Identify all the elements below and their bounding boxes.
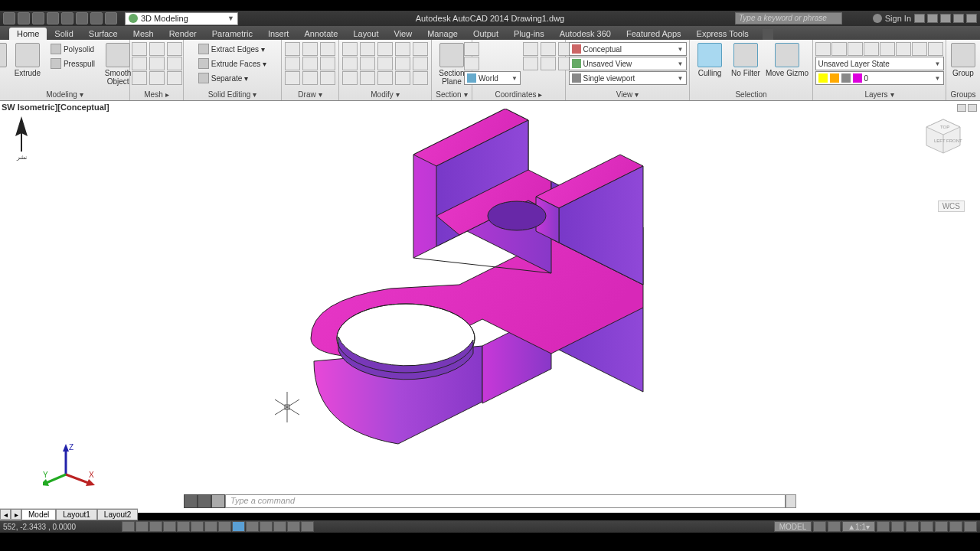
ducs-toggle[interactable] [218,521,231,532]
qat-undo-icon[interactable] [90,12,103,24]
copy-icon[interactable] [342,57,358,70]
mesh-btn3[interactable] [132,71,147,85]
line-icon[interactable] [285,42,300,56]
layer-btn8[interactable] [928,42,943,56]
erase-icon[interactable] [395,42,410,56]
culling-button[interactable]: Culling [693,41,727,77]
tab-layout[interactable]: Layout [345,28,386,40]
chevron-down-icon[interactable]: ▾ [396,90,400,99]
isolate-icon[interactable] [949,521,962,532]
presspull-button[interactable]: Presspull [47,57,99,70]
polysolid-button[interactable]: Polysolid [47,42,99,56]
dyn-toggle[interactable] [232,521,245,532]
move-icon[interactable] [342,42,358,56]
tab-scroll-right-icon[interactable]: ▸ [11,509,21,520]
launcher-icon[interactable]: ▸ [165,90,169,99]
mesh-btn7[interactable] [167,42,182,56]
close-icon[interactable] [966,14,977,23]
chevron-down-icon[interactable]: ▾ [890,90,894,99]
extrude-button[interactable]: Extrude [11,41,44,77]
array-icon[interactable] [377,71,393,85]
ucs-btn1[interactable] [464,42,479,56]
grid-toggle[interactable] [136,521,149,532]
mesh-btn5[interactable] [149,57,165,70]
mesh-btn1[interactable] [132,42,147,56]
annoauto-icon[interactable] [891,521,904,532]
tab-insert[interactable]: Insert [260,28,297,40]
layer-btn5[interactable] [880,42,895,56]
scale-icon[interactable] [360,71,375,85]
explode-icon[interactable] [395,57,410,70]
ws-switch-icon[interactable] [906,521,919,532]
qat-print-icon[interactable] [76,12,88,24]
trim-icon[interactable] [377,42,393,56]
tab-parametric[interactable]: Parametric [204,28,260,40]
ucs-btn4[interactable] [523,57,538,70]
tab-manage[interactable]: Manage [420,28,466,40]
mesh-btn8[interactable] [167,57,182,70]
view-cube[interactable]: LEFT FRONT TOP [920,115,966,161]
workspace-dropdown[interactable]: 3D Modeling ▼ [125,12,238,25]
am-toggle[interactable] [301,521,314,532]
chevron-down-icon[interactable]: ▾ [635,90,639,99]
cmd-history-icon[interactable] [786,494,796,508]
vp-min-icon[interactable] [957,104,966,112]
qat-redo-icon[interactable] [105,12,117,24]
ucs-btn6[interactable] [541,57,556,70]
layer-btn7[interactable] [912,42,927,56]
minimize-icon[interactable] [940,14,951,23]
ucs-dropdown[interactable]: World▼ [464,71,521,85]
rect-icon[interactable] [302,71,318,85]
sc-toggle[interactable] [287,521,300,532]
tab-view[interactable]: View [387,28,420,40]
cmd-config-icon[interactable] [198,494,211,508]
layout-tab-2[interactable]: Layout2 [97,509,139,520]
chevron-down-icon[interactable]: ▾ [253,90,256,99]
cmd-close-icon[interactable] [184,494,198,508]
3dosnap-toggle[interactable] [191,521,204,532]
stretch-icon[interactable] [342,71,358,85]
tpy-toggle[interactable] [260,521,273,532]
qat-new-icon[interactable] [18,12,30,24]
tab-output[interactable]: Output [466,28,506,40]
extrude-faces-button[interactable]: Extrude Faces▾ [194,57,270,70]
mesh-btn6[interactable] [149,71,165,85]
chevron-down-icon[interactable]: ▾ [318,90,322,99]
mod-btn2[interactable] [413,57,428,70]
layout-tab-1[interactable]: Layout1 [56,509,97,520]
mesh-btn9[interactable] [167,71,182,85]
layer-btn2[interactable] [831,42,847,56]
tab-render[interactable]: Render [162,28,204,40]
help-icon[interactable] [927,14,938,23]
qat-app-icon[interactable] [3,12,15,24]
offset-icon[interactable] [395,71,410,85]
quickview-icon[interactable] [813,521,826,532]
layer-btn3[interactable] [848,42,863,56]
model-badge[interactable]: MODEL [774,521,812,532]
ucs-btn3[interactable] [523,42,538,56]
clean-screen-icon[interactable] [964,521,977,532]
filter-button[interactable]: No Filter [729,41,763,77]
viewport-label[interactable]: SW Isometric][Conceptual] [2,103,109,112]
gizmo-button[interactable]: Move Gizmo [765,41,809,77]
pline-icon[interactable] [285,57,300,70]
qp-toggle[interactable] [273,521,286,532]
qat-open-icon[interactable] [32,12,44,24]
tab-annotate[interactable]: Annotate [296,28,345,40]
otrack-toggle[interactable] [204,521,217,532]
mirror-icon[interactable] [360,57,375,70]
ortho-toggle[interactable] [149,521,162,532]
chevron-down-icon[interactable]: ▾ [80,90,83,99]
ribbon-expand-icon[interactable] [763,29,773,40]
sign-in-button[interactable]: Sign In [873,14,911,23]
wcs-badge[interactable]: WCS [938,201,965,212]
tab-home[interactable]: Home [9,28,47,40]
layer-btn4[interactable] [864,42,879,56]
tab-surface[interactable]: Surface [81,28,126,40]
annoscale-dropdown[interactable]: ▲ 1:1 ▾ [842,521,875,532]
quickview-layouts-icon[interactable] [828,521,841,532]
tab-scroll-left-icon[interactable]: ◂ [0,509,11,520]
qat-save-icon[interactable] [47,12,59,24]
exchange-icon[interactable] [914,14,925,23]
circle-icon[interactable] [320,42,335,56]
